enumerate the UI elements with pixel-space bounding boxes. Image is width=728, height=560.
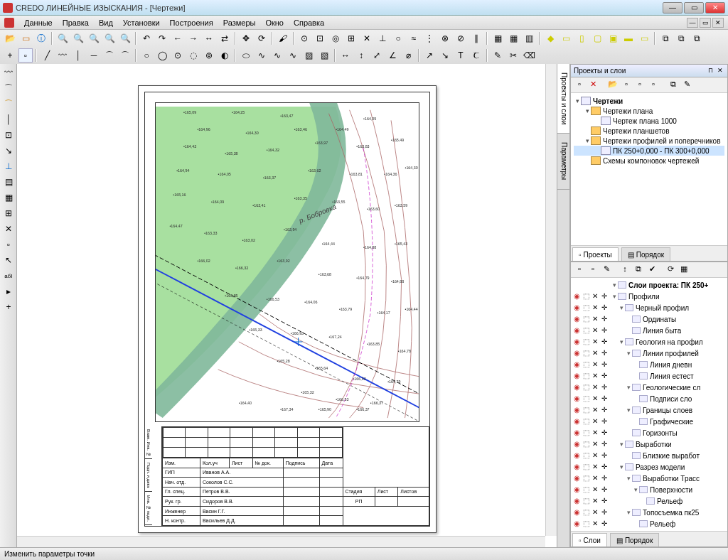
lt-polyline-icon[interactable]: 〰: [1, 65, 16, 80]
select-icon[interactable]: ▫: [18, 48, 33, 63]
menu-view[interactable]: Вид: [95, 17, 117, 28]
snap-node-icon[interactable]: ⊞: [344, 31, 358, 45]
tree-item[interactable]: Чертеж плана 1000: [574, 116, 724, 126]
polyline-icon[interactable]: 〰: [55, 48, 70, 63]
spline3-icon[interactable]: ∿: [286, 48, 300, 63]
maximize-button[interactable]: ▭: [684, 2, 704, 14]
layer-row[interactable]: ◉⬚✕✛Рельеф: [572, 495, 726, 507]
lay-a-icon[interactable]: ▫: [574, 264, 585, 276]
snap-center-icon[interactable]: ◎: [328, 31, 343, 45]
layer-row[interactable]: ◉⬚✕✛▾Черный профил: [572, 302, 726, 313]
lay-h-icon[interactable]: ▦: [678, 264, 690, 276]
minimize-button[interactable]: —: [663, 2, 682, 14]
edit1-icon[interactable]: ✎: [491, 48, 505, 63]
snap9-icon[interactable]: ⋮: [422, 31, 437, 45]
hatch2-icon[interactable]: ▧: [317, 48, 331, 63]
lay-tab-layers[interactable]: ▫Слои: [572, 533, 607, 546]
proj-page1-icon[interactable]: ▫: [621, 80, 632, 91]
tree-item[interactable]: Чертежи планшетов: [574, 126, 724, 136]
rect2-icon[interactable]: ▯: [574, 31, 589, 45]
arc1-icon[interactable]: ⌒: [102, 48, 117, 63]
proj-del-icon[interactable]: ✕: [587, 80, 599, 91]
proj-edit-icon[interactable]: ✎: [681, 80, 692, 91]
leader1-icon[interactable]: ↗: [422, 48, 437, 63]
vtab-params[interactable]: Параметры: [557, 134, 569, 189]
proj-open-icon[interactable]: 📂: [607, 80, 619, 91]
undo-icon[interactable]: ↶: [139, 31, 154, 45]
layer-row[interactable]: ◉⬚✕✛Рельеф: [572, 518, 726, 529]
vertical-scrollbar[interactable]: [545, 64, 557, 536]
snap12-icon[interactable]: ∥: [469, 31, 483, 45]
close-button[interactable]: ✕: [705, 2, 725, 14]
tree-item[interactable]: ▾Чертежи: [574, 96, 724, 106]
tree-item[interactable]: ПК 250+0,000 - ПК 300+0,000: [574, 146, 724, 156]
lay-d-icon[interactable]: ↕: [619, 264, 631, 276]
layer-row[interactable]: ◉⬚✕✛Подписи сло: [572, 393, 726, 404]
dim1-icon[interactable]: ↔: [338, 48, 353, 63]
zoom-extents-icon[interactable]: 🔍: [118, 31, 132, 45]
proj-new-icon[interactable]: ▫: [574, 80, 585, 91]
snap10-icon[interactable]: ⊗: [438, 31, 452, 45]
doc-icon[interactable]: ▥: [522, 31, 536, 45]
menu-settings[interactable]: Установки: [119, 17, 164, 28]
circle5-icon[interactable]: ⊚: [202, 48, 216, 63]
arrow2-icon[interactable]: →: [186, 31, 200, 45]
layer-row[interactable]: ◉⬚✕✛Графические: [572, 416, 726, 427]
table-icon[interactable]: ▦: [491, 31, 505, 45]
snap-mid-icon[interactable]: ⊡: [313, 31, 327, 45]
layer-icon[interactable]: ◆: [543, 31, 557, 45]
layer-row[interactable]: ◉⬚✕✛▾Выработки Трасс: [572, 473, 726, 484]
lay-e-icon[interactable]: ⧉: [633, 264, 644, 276]
text-icon[interactable]: T: [454, 48, 468, 63]
circle3-icon[interactable]: ⊙: [171, 48, 185, 63]
proj-page2-icon[interactable]: ▫: [634, 80, 646, 91]
panel-pin-icon[interactable]: ⊓: [706, 67, 714, 75]
legend1-icon[interactable]: ⧉: [658, 31, 673, 45]
point-icon[interactable]: +: [3, 48, 17, 63]
lt-plus-icon[interactable]: +: [1, 300, 16, 314]
leader2-icon[interactable]: ↘: [438, 48, 452, 63]
arc2-icon[interactable]: ⌒: [118, 48, 132, 63]
lt-chev-icon[interactable]: ▸: [1, 284, 16, 298]
proj-page3-icon[interactable]: ▫: [648, 80, 659, 91]
menu-dimensions[interactable]: Размеры: [219, 17, 260, 28]
arrowdd-icon[interactable]: ↔: [202, 31, 216, 45]
mdi-minimize[interactable]: —: [687, 18, 698, 28]
projects-tree[interactable]: ▾Чертежи▾Чертежи планаЧертеж плана 1000Ч…: [571, 93, 727, 168]
tree-item[interactable]: Схемы компоновок чертежей: [574, 156, 724, 166]
spline2-icon[interactable]: ∿: [270, 48, 284, 63]
line-icon[interactable]: ╱: [40, 48, 54, 63]
lt-text-icon[interactable]: абІ: [1, 269, 16, 283]
legend2-icon[interactable]: ⧉: [674, 31, 688, 45]
menu-help[interactable]: Справка: [289, 17, 328, 28]
layer-row[interactable]: ◉⬚✕✛Линия быта: [572, 325, 726, 336]
tree-item[interactable]: ▾Чертежи профилей и поперечников: [574, 136, 724, 146]
arrow1-icon[interactable]: ←: [171, 31, 185, 45]
layer-row[interactable]: ◉⬚✕✛▾Границы слоев: [572, 404, 726, 416]
view-window-icon[interactable]: ▭: [18, 31, 33, 45]
lt-vline-icon[interactable]: │: [1, 112, 16, 126]
snap-tan-icon[interactable]: ○: [391, 31, 405, 45]
refresh-icon[interactable]: ⟳: [255, 31, 269, 45]
lay-f-icon[interactable]: ✔: [646, 264, 658, 276]
layer-row[interactable]: ◉⬚✕✛▾Профили: [572, 291, 726, 302]
zoom-in-icon[interactable]: 🔍: [71, 31, 85, 45]
lay-b-icon[interactable]: ▫: [587, 264, 599, 276]
menu-constructions[interactable]: Построения: [166, 17, 218, 28]
proj-copy-icon[interactable]: ⧉: [668, 80, 679, 91]
dim5-icon[interactable]: ⌀: [401, 48, 415, 63]
panel-close-icon[interactable]: ✕: [716, 67, 724, 75]
dim2-icon[interactable]: ↕: [354, 48, 368, 63]
lay-tab-order[interactable]: ▤Порядок: [610, 533, 659, 546]
lt-snap-icon[interactable]: ⊡: [1, 128, 16, 142]
lt-arc-icon[interactable]: ⌒: [1, 81, 16, 95]
rect5-icon[interactable]: ▬: [621, 31, 636, 45]
lay-c-icon[interactable]: ✎: [601, 264, 612, 276]
lt-layer-icon[interactable]: ▤: [1, 175, 16, 189]
redo-icon[interactable]: ↷: [155, 31, 169, 45]
layer-row[interactable]: ◉⬚✕✛▾Выработки: [572, 438, 726, 450]
lt-grid-icon[interactable]: ▦: [1, 190, 16, 205]
circle2-icon[interactable]: ◯: [155, 48, 169, 63]
proj-tab-projects[interactable]: ▫Проекты: [572, 247, 619, 261]
rect3-icon[interactable]: ▢: [590, 31, 604, 45]
